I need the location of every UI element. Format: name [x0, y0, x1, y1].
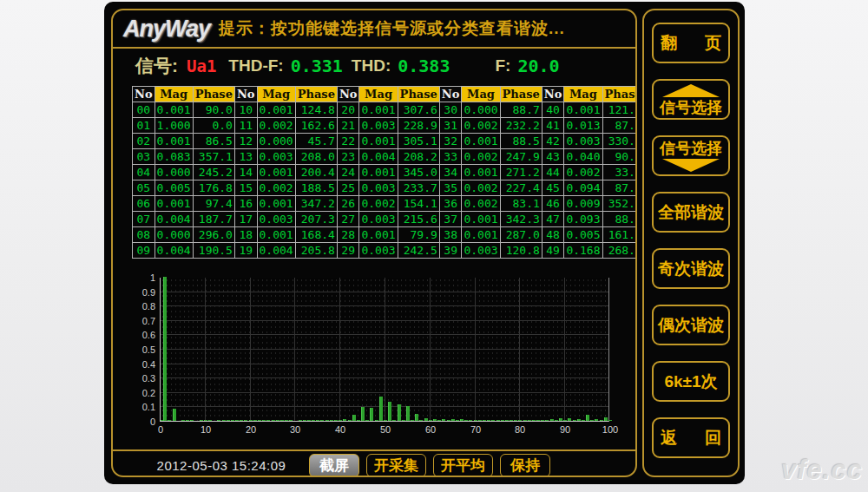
col-header-no: No: [234, 87, 257, 102]
harmonic-bar-9: [200, 420, 203, 421]
phase-cell: 88.5: [500, 134, 542, 149]
harmonic-no-cell: 04: [133, 165, 155, 180]
phase-cell: 168.4: [295, 227, 337, 243]
even-harmonics-button[interactable]: 偶次谐波: [652, 305, 730, 345]
phase-cell: 90.0: [193, 102, 234, 118]
table-row: 030.083357.1130.003208.0230.004208.2330.…: [133, 149, 638, 165]
mag-cell: 0.009: [564, 196, 602, 212]
harmonic-no-cell: 49: [542, 243, 564, 259]
phase-cell: 0.0: [193, 118, 234, 134]
harmonic-bar-74: [491, 420, 495, 421]
harmonic-bar-19: [244, 420, 247, 421]
harmonic-bar-17: [235, 420, 239, 421]
harmonic-no-cell: 20: [337, 102, 359, 118]
return-button[interactable]: 返回: [652, 417, 730, 458]
y-axis-tick-label: 0.3: [129, 373, 155, 384]
mag-cell: 0.004: [257, 243, 295, 259]
mag-cell: 0.001: [564, 102, 602, 118]
mag-cell: 0.000: [257, 134, 295, 149]
screenshot-button[interactable]: 截屏: [309, 454, 359, 477]
harmonic-bar-76: [501, 420, 504, 421]
phase-cell: 305.1: [398, 134, 439, 149]
sidebar-button-label: 6k±1次: [664, 373, 717, 390]
x-axis-tick-label: 20: [238, 424, 264, 435]
x-axis-tick-label: 30: [282, 424, 308, 435]
harmonic-no-cell: 35: [439, 180, 462, 196]
harmonic-no-cell: 13: [234, 149, 257, 165]
phase-cell: 232.2: [500, 118, 542, 134]
col-header-mag: Mag: [462, 87, 500, 102]
harmonic-no-cell: 22: [337, 134, 359, 149]
harmonic-no-cell: 42: [542, 134, 564, 149]
phase-cell: 296.0: [193, 227, 234, 243]
mag-cell: 0.004: [155, 212, 193, 227]
phase-cell: 120.8: [500, 243, 542, 259]
signal-select-down-button[interactable]: 信号选择: [652, 135, 730, 176]
harmonic-bar-59: [424, 418, 428, 421]
harmonic-bar-34: [312, 420, 315, 421]
harmonic-bar-96: [590, 420, 594, 421]
phase-cell: 205.8: [295, 243, 337, 259]
harmonic-bar-7: [190, 420, 194, 421]
harmonic-no-cell: 25: [337, 180, 359, 196]
harmonic-bar-29: [289, 420, 293, 421]
footer-button-开平均[interactable]: 开平均: [433, 454, 493, 477]
6k-plus-minus-1-button[interactable]: 6k±1次: [652, 361, 730, 402]
harmonics-table-header: NoMagPhaseNoMagPhaseNoMagPhaseNoMagPhase…: [133, 87, 638, 102]
page-turn-button[interactable]: 翻页: [652, 23, 730, 63]
table-row: 000.00190.0100.001124.8200.001307.6300.0…: [133, 102, 638, 118]
phase-cell: 215.6: [398, 212, 439, 227]
footer-button-保持[interactable]: 保持: [500, 454, 550, 477]
col-header-phase: Phase: [193, 87, 234, 102]
x-axis-tick-label: 60: [418, 424, 444, 435]
odd-harmonics-button[interactable]: 奇次谐波: [652, 248, 730, 289]
harmonic-no-cell: 23: [337, 149, 359, 165]
y-axis-tick-label: 0.6: [129, 330, 155, 340]
phase-cell: 176.8: [193, 180, 234, 196]
phase-cell: 307.6: [398, 102, 439, 118]
harmonic-bar-72: [483, 420, 486, 421]
phase-cell: 86.5: [193, 134, 234, 149]
harmonic-bar-87: [550, 419, 554, 421]
mag-cell: 0.001: [462, 227, 500, 243]
mag-cell: 0.001: [462, 165, 500, 180]
phase-cell: 207.3: [295, 212, 337, 227]
harmonic-bar-46: [365, 420, 369, 421]
mag-cell: 0.001: [462, 134, 500, 149]
mag-cell: 0.013: [564, 118, 602, 134]
phase-cell: 245.2: [193, 165, 234, 180]
harmonic-no-cell: 15: [234, 180, 257, 196]
harmonic-bar-23: [262, 420, 266, 421]
harmonic-bar-21: [253, 420, 257, 421]
mag-cell: 0.001: [359, 165, 398, 180]
harmonic-bar-42: [348, 420, 352, 421]
harmonic-bar-39: [334, 420, 338, 421]
y-axis-tick-label: 0.9: [129, 287, 155, 298]
harmonic-bar-5: [181, 420, 185, 421]
function-key-sidebar: 翻页信号选择信号选择全部谐波奇次谐波偶次谐波6k±1次返回: [642, 9, 740, 477]
harmonic-no-cell: 17: [234, 212, 257, 227]
y-axis-tick-label: 0.4: [129, 359, 155, 370]
title-bar: AnyWay 提示：按功能键选择信号源或分类查看谐波...: [113, 10, 635, 49]
y-axis-tick-label: 0.8: [129, 301, 155, 312]
sidebar-button-label: 信号选择: [660, 141, 722, 156]
phase-cell: 352.6: [602, 196, 637, 212]
table-row: 090.004190.5190.004205.8290.003242.5390.…: [133, 243, 638, 259]
phase-cell: 342.3: [500, 212, 542, 227]
all-harmonics-button[interactable]: 全部谐波: [652, 192, 730, 233]
footer-button-开采集[interactable]: 开采集: [366, 454, 426, 477]
mag-cell: 0.003: [359, 243, 398, 259]
phase-cell: 357.1: [193, 149, 234, 165]
harmonic-no-cell: 11: [234, 118, 257, 134]
signal-select-up-button[interactable]: 信号选择: [652, 79, 730, 120]
sidebar-button-label: 偶次谐波: [658, 317, 724, 333]
harmonic-bar-68: [464, 420, 468, 421]
phase-cell: 208.0: [295, 149, 337, 165]
harmonic-no-cell: 47: [542, 212, 564, 227]
mag-cell: 0.003: [359, 118, 398, 134]
harmonic-bar-51: [388, 402, 391, 421]
x-axis-tick-label: 40: [327, 424, 353, 435]
col-header-mag: Mag: [359, 87, 398, 102]
harmonic-bar-54: [402, 420, 405, 421]
arrow-down-icon: [662, 159, 720, 172]
